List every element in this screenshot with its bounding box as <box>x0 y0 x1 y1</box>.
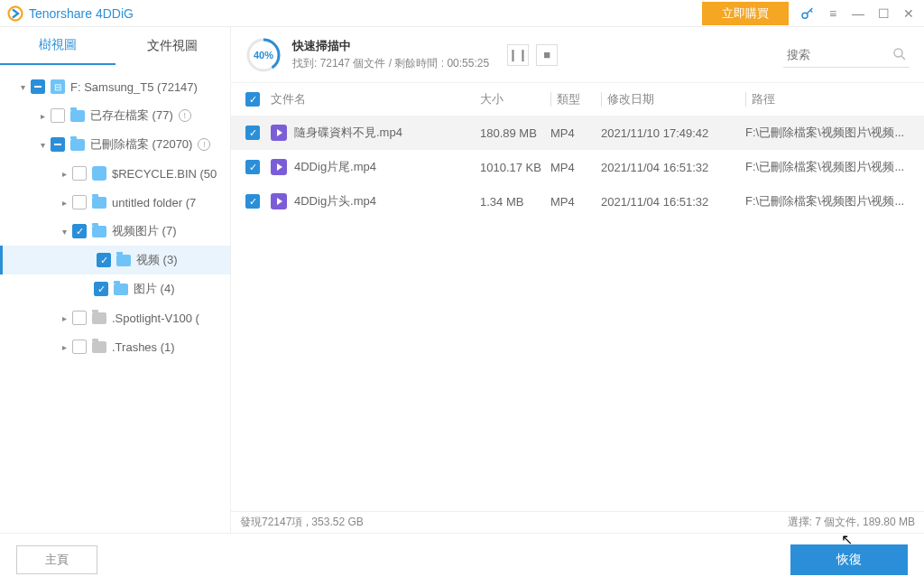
tree-node-untitled[interactable]: ▸ untitled folder (7 <box>0 188 230 217</box>
file-row[interactable]: 4DDig片尾.mp4 1010.17 KB MP4 2021/11/04 16… <box>231 150 924 184</box>
caret-right-icon: ▸ <box>58 342 70 352</box>
info-icon[interactable]: ! <box>198 138 210 151</box>
folder-icon <box>92 226 106 237</box>
file-name: 4DDig片头.mp4 <box>294 193 376 209</box>
checkbox[interactable] <box>72 311 87 325</box>
checkbox-partial[interactable] <box>51 137 65 152</box>
tree-node-video-pic[interactable]: ▾ 视频图片 (7) <box>0 217 230 246</box>
column-type[interactable]: 類型 <box>550 92 601 107</box>
tree-label: 视频 (3) <box>136 252 178 268</box>
checkbox[interactable] <box>51 108 65 123</box>
status-bar: 發現72147項 , 353.52 GB 選擇: 7 個文件, 189.80 M… <box>231 511 924 533</box>
search-wrap <box>783 42 910 68</box>
title-bar: Tenorshare 4DDiG 立即購買 ≡ — ☐ ✕ <box>0 0 924 27</box>
window-controls: ≡ — ☐ ✕ <box>825 5 917 22</box>
caret-down-icon: ▾ <box>58 227 70 237</box>
key-icon <box>799 5 816 22</box>
video-file-icon <box>271 125 287 141</box>
tree-label: F: Samsung_T5 (72147) <box>70 80 198 94</box>
tree-node-drive[interactable]: ▾ ⊟ F: Samsung_T5 (72147) <box>0 72 230 101</box>
recover-button[interactable]: 恢復 <box>790 544 908 575</box>
file-size: 1.34 MB <box>480 195 550 209</box>
checkbox[interactable] <box>72 166 87 181</box>
scan-status-subtitle: 找到: 72147 個文件 / 剩餘時間 : 00:55:25 <box>292 56 489 71</box>
file-name: 4DDig片尾.mp4 <box>294 159 376 175</box>
stop-scan-button[interactable]: ■ <box>536 44 558 66</box>
checkbox-checked[interactable] <box>94 282 108 296</box>
file-size: 180.89 MB <box>480 126 550 140</box>
home-button[interactable]: 主頁 <box>16 545 97 574</box>
svg-point-1 <box>802 13 808 18</box>
status-found: 發現72147項 , 353.52 GB <box>240 515 364 530</box>
tree-label: .Trashes (1) <box>112 340 175 354</box>
tree-node-video[interactable]: 视频 (3) <box>0 246 230 274</box>
tree-label: .Spotlight-V100 ( <box>112 312 199 325</box>
scan-header: 40% 快速掃描中 找到: 72147 個文件 / 剩餘時間 : 00:55:2… <box>231 27 924 83</box>
file-list: 隨身碟資料不見.mp4 180.89 MB MP4 2021/11/10 17:… <box>231 116 924 511</box>
column-path[interactable]: 路徑 <box>745 92 910 107</box>
table-header: 文件名 大小 類型 修改日期 路徑 <box>231 83 924 116</box>
tree-node-recycle[interactable]: ▸ $RECYCLE.BIN (50 <box>0 159 230 188</box>
file-path: F:\已刪除檔案\视频图片\视频... <box>745 194 910 209</box>
file-row[interactable]: 4DDig片头.mp4 1.34 MB MP4 2021/11/04 16:51… <box>231 184 924 219</box>
checkbox[interactable] <box>72 195 87 209</box>
checkbox-checked[interactable] <box>72 224 87 238</box>
folder-icon <box>92 312 106 324</box>
caret-right-icon: ▸ <box>58 198 70 208</box>
menu-button[interactable]: ≡ <box>825 5 841 22</box>
tree-label: 已存在檔案 (77) <box>90 107 173 124</box>
tab-tree-view[interactable]: 樹視圖 <box>0 27 116 65</box>
info-icon[interactable]: ! <box>179 109 191 122</box>
tree-label: $RECYCLE.BIN (50 <box>112 167 217 181</box>
tree-node-spotlight[interactable]: ▸ .Spotlight-V100 ( <box>0 303 230 332</box>
file-date: 2021/11/04 16:51:32 <box>601 160 745 174</box>
video-file-icon <box>271 159 287 175</box>
caret-right-icon: ▸ <box>58 313 70 323</box>
caret-right-icon: ▸ <box>36 111 49 121</box>
tree-node-pic[interactable]: 图片 (4) <box>0 274 230 303</box>
row-checkbox[interactable] <box>245 126 260 140</box>
folder-icon <box>92 341 106 353</box>
file-date: 2021/11/10 17:49:42 <box>601 126 745 140</box>
tab-file-view[interactable]: 文件視圖 <box>116 27 231 65</box>
column-size[interactable]: 大小 <box>480 91 550 107</box>
search-input[interactable] <box>783 42 910 68</box>
caret-right-icon: ▸ <box>58 169 70 179</box>
tree-label: 视频图片 (7) <box>112 223 177 239</box>
recycle-bin-icon <box>92 166 106 181</box>
select-all-checkbox[interactable] <box>245 92 260 107</box>
folder-icon <box>92 197 106 209</box>
pause-icon: ❙❙ <box>508 48 528 61</box>
column-name[interactable]: 文件名 <box>271 91 480 107</box>
folder-icon <box>70 110 85 122</box>
content-panel: 40% 快速掃描中 找到: 72147 個文件 / 剩餘時間 : 00:55:2… <box>231 27 924 533</box>
checkbox-partial[interactable] <box>31 79 45 94</box>
checkbox-checked[interactable] <box>97 253 111 267</box>
file-row[interactable]: 隨身碟資料不見.mp4 180.89 MB MP4 2021/11/10 17:… <box>231 116 924 150</box>
scan-status-title: 快速掃描中 <box>292 38 489 54</box>
tree-node-trashes[interactable]: ▸ .Trashes (1) <box>0 332 230 361</box>
checkbox[interactable] <box>72 340 87 354</box>
file-path: F:\已刪除檔案\视频图片\视频... <box>745 126 910 140</box>
file-type: MP4 <box>550 160 601 174</box>
tree-node-existing[interactable]: ▸ 已存在檔案 (77) ! <box>0 101 230 130</box>
app-title: Tenorshare 4DDiG <box>29 6 134 21</box>
stop-icon: ■ <box>543 48 550 61</box>
caret-down-icon: ▾ <box>36 140 49 150</box>
tree-node-deleted[interactable]: ▾ 已刪除檔案 (72070) ! <box>0 130 230 159</box>
search-icon <box>892 46 908 62</box>
pause-scan-button[interactable]: ❙❙ <box>507 44 529 66</box>
status-selected: 選擇: 7 個文件, 189.80 MB <box>788 515 915 530</box>
row-checkbox[interactable] <box>245 160 260 174</box>
column-date[interactable]: 修改日期 <box>601 92 745 107</box>
buy-now-button[interactable]: 立即購買 <box>702 2 789 25</box>
scan-percent: 40% <box>245 37 282 73</box>
view-tabs: 樹視圖 文件視圖 <box>0 27 230 65</box>
maximize-button[interactable]: ☐ <box>875 5 892 22</box>
row-checkbox[interactable] <box>245 194 260 209</box>
minimize-button[interactable]: — <box>850 5 866 22</box>
license-key-button[interactable] <box>798 4 818 23</box>
folder-icon <box>70 139 85 151</box>
close-button[interactable]: ✕ <box>901 5 917 22</box>
scan-progress-ring: 40% <box>245 37 282 73</box>
